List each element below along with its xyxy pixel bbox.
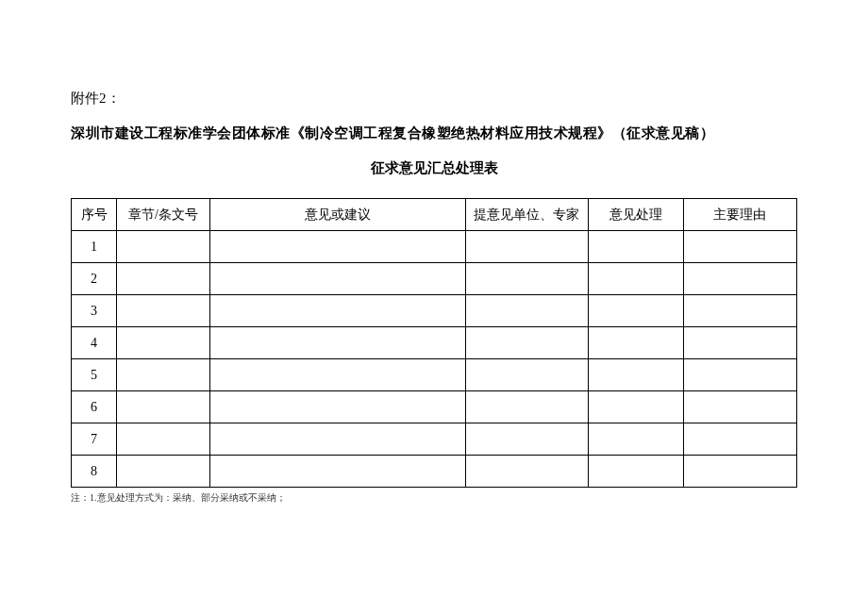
header-process: 意见处理 bbox=[589, 199, 683, 231]
table-row: 4 bbox=[72, 327, 797, 359]
cell-reason bbox=[683, 231, 797, 263]
table-header-row: 序号 章节/条文号 意见或建议 提意见单位、专家 意见处理 主要理由 bbox=[72, 199, 797, 231]
table-row: 1 bbox=[72, 231, 797, 263]
cell-process bbox=[589, 359, 683, 391]
cell-unit bbox=[465, 359, 589, 391]
cell-suggestion bbox=[209, 359, 465, 391]
cell-process bbox=[589, 391, 683, 423]
cell-seq: 6 bbox=[72, 391, 117, 423]
cell-process bbox=[589, 231, 683, 263]
cell-chapter bbox=[117, 359, 209, 391]
cell-suggestion bbox=[209, 456, 465, 488]
cell-chapter bbox=[117, 295, 209, 327]
cell-unit bbox=[465, 423, 589, 456]
cell-seq: 4 bbox=[72, 327, 117, 359]
cell-seq: 7 bbox=[72, 423, 117, 456]
sub-title: 征求意见汇总处理表 bbox=[71, 159, 797, 177]
cell-suggestion bbox=[209, 231, 465, 263]
cell-suggestion bbox=[209, 327, 465, 359]
cell-suggestion bbox=[209, 295, 465, 327]
cell-chapter bbox=[117, 423, 209, 456]
cell-reason bbox=[683, 456, 797, 488]
table-row: 6 bbox=[72, 391, 797, 423]
cell-process bbox=[589, 327, 683, 359]
cell-chapter bbox=[117, 263, 209, 295]
table-row: 5 bbox=[72, 359, 797, 391]
cell-unit bbox=[465, 456, 589, 488]
main-title: 深圳市建设工程标准学会团体标准《制冷空调工程复合橡塑绝热材料应用技术规程》（征求… bbox=[71, 124, 797, 142]
cell-unit bbox=[465, 295, 589, 327]
cell-process bbox=[589, 456, 683, 488]
footnote: 注：1.意见处理方式为：采纳、部分采纳或不采纳； bbox=[71, 491, 797, 505]
cell-seq: 2 bbox=[72, 263, 117, 295]
cell-chapter bbox=[117, 231, 209, 263]
cell-reason bbox=[683, 423, 797, 456]
cell-process bbox=[589, 423, 683, 456]
cell-suggestion bbox=[209, 391, 465, 423]
cell-reason bbox=[683, 359, 797, 391]
cell-process bbox=[589, 263, 683, 295]
cell-unit bbox=[465, 327, 589, 359]
header-chapter: 章节/条文号 bbox=[117, 199, 209, 231]
cell-reason bbox=[683, 295, 797, 327]
cell-unit bbox=[465, 231, 589, 263]
cell-seq: 3 bbox=[72, 295, 117, 327]
cell-reason bbox=[683, 327, 797, 359]
header-reason: 主要理由 bbox=[683, 199, 797, 231]
cell-chapter bbox=[117, 391, 209, 423]
table-body: 1 2 3 4 bbox=[72, 231, 797, 488]
cell-seq: 5 bbox=[72, 359, 117, 391]
cell-suggestion bbox=[209, 423, 465, 456]
cell-unit bbox=[465, 391, 589, 423]
cell-process bbox=[589, 295, 683, 327]
attachment-label: 附件2： bbox=[71, 90, 797, 108]
cell-seq: 8 bbox=[72, 456, 117, 488]
cell-unit bbox=[465, 263, 589, 295]
table-row: 3 bbox=[72, 295, 797, 327]
header-unit: 提意见单位、专家 bbox=[465, 199, 589, 231]
cell-reason bbox=[683, 263, 797, 295]
cell-seq: 1 bbox=[72, 231, 117, 263]
cell-chapter bbox=[117, 456, 209, 488]
table-row: 8 bbox=[72, 456, 797, 488]
header-suggestion: 意见或建议 bbox=[209, 199, 465, 231]
cell-suggestion bbox=[209, 263, 465, 295]
table-row: 7 bbox=[72, 423, 797, 456]
feedback-table: 序号 章节/条文号 意见或建议 提意见单位、专家 意见处理 主要理由 1 2 3 bbox=[71, 198, 797, 488]
header-seq: 序号 bbox=[72, 199, 117, 231]
table-row: 2 bbox=[72, 263, 797, 295]
cell-chapter bbox=[117, 327, 209, 359]
cell-reason bbox=[683, 391, 797, 423]
